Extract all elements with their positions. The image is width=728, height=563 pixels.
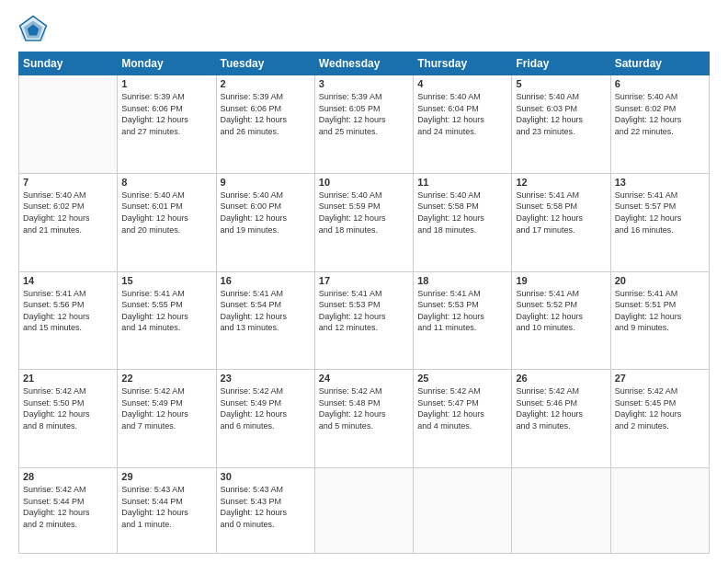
calendar-cell bbox=[19, 75, 118, 174]
calendar-header-row: SundayMondayTuesdayWednesdayThursdayFrid… bbox=[19, 52, 710, 75]
calendar-cell: 23Sunrise: 5:42 AM Sunset: 5:49 PM Dayli… bbox=[216, 370, 314, 468]
header bbox=[18, 15, 710, 44]
day-number: 5 bbox=[516, 78, 606, 89]
day-number: 16 bbox=[221, 275, 311, 286]
day-info: Sunrise: 5:40 AM Sunset: 5:58 PM Dayligh… bbox=[417, 190, 507, 236]
day-info: Sunrise: 5:39 AM Sunset: 6:06 PM Dayligh… bbox=[221, 91, 311, 137]
header-monday: Monday bbox=[118, 52, 216, 75]
day-number: 29 bbox=[121, 471, 211, 482]
calendar-cell: 9Sunrise: 5:40 AM Sunset: 6:00 PM Daylig… bbox=[216, 173, 314, 271]
day-number: 28 bbox=[23, 471, 113, 482]
calendar-cell: 22Sunrise: 5:42 AM Sunset: 5:49 PM Dayli… bbox=[118, 370, 216, 468]
logo bbox=[18, 15, 51, 44]
day-info: Sunrise: 5:42 AM Sunset: 5:44 PM Dayligh… bbox=[23, 484, 113, 530]
day-number: 19 bbox=[516, 275, 606, 286]
header-sunday: Sunday bbox=[19, 52, 118, 75]
calendar-cell: 20Sunrise: 5:41 AM Sunset: 5:51 PM Dayli… bbox=[610, 271, 709, 370]
day-number: 11 bbox=[417, 177, 507, 188]
day-info: Sunrise: 5:40 AM Sunset: 5:59 PM Dayligh… bbox=[319, 190, 409, 236]
calendar-cell: 24Sunrise: 5:42 AM Sunset: 5:48 PM Dayli… bbox=[314, 370, 413, 468]
calendar-cell: 25Sunrise: 5:42 AM Sunset: 5:47 PM Dayli… bbox=[414, 370, 512, 468]
day-info: Sunrise: 5:41 AM Sunset: 5:56 PM Dayligh… bbox=[23, 288, 113, 334]
day-number: 18 bbox=[417, 275, 507, 286]
calendar-cell: 4Sunrise: 5:40 AM Sunset: 6:04 PM Daylig… bbox=[414, 75, 512, 174]
day-info: Sunrise: 5:42 AM Sunset: 5:49 PM Dayligh… bbox=[221, 385, 311, 431]
day-number: 24 bbox=[319, 373, 409, 384]
day-info: Sunrise: 5:43 AM Sunset: 5:44 PM Dayligh… bbox=[121, 484, 211, 530]
day-info: Sunrise: 5:39 AM Sunset: 6:05 PM Dayligh… bbox=[319, 91, 409, 137]
day-number: 14 bbox=[23, 275, 113, 286]
day-number: 26 bbox=[516, 373, 606, 384]
day-number: 25 bbox=[417, 373, 507, 384]
day-number: 8 bbox=[121, 177, 211, 188]
day-number: 22 bbox=[121, 373, 211, 384]
calendar-cell: 8Sunrise: 5:40 AM Sunset: 6:01 PM Daylig… bbox=[118, 173, 216, 271]
day-info: Sunrise: 5:40 AM Sunset: 6:01 PM Dayligh… bbox=[121, 190, 211, 236]
day-info: Sunrise: 5:42 AM Sunset: 5:50 PM Dayligh… bbox=[23, 385, 113, 431]
day-info: Sunrise: 5:42 AM Sunset: 5:47 PM Dayligh… bbox=[417, 385, 507, 431]
calendar-cell: 10Sunrise: 5:40 AM Sunset: 5:59 PM Dayli… bbox=[314, 173, 413, 271]
calendar-cell bbox=[414, 468, 512, 554]
calendar-cell: 7Sunrise: 5:40 AM Sunset: 6:02 PM Daylig… bbox=[19, 173, 118, 271]
day-number: 23 bbox=[221, 373, 311, 384]
day-number: 1 bbox=[121, 78, 211, 89]
day-number: 17 bbox=[319, 275, 409, 286]
calendar-cell: 13Sunrise: 5:41 AM Sunset: 5:57 PM Dayli… bbox=[610, 173, 709, 271]
day-number: 15 bbox=[121, 275, 211, 286]
week-row-2: 14Sunrise: 5:41 AM Sunset: 5:56 PM Dayli… bbox=[19, 271, 710, 370]
day-number: 21 bbox=[23, 373, 113, 384]
header-wednesday: Wednesday bbox=[314, 52, 413, 75]
day-info: Sunrise: 5:41 AM Sunset: 5:53 PM Dayligh… bbox=[417, 288, 507, 334]
day-info: Sunrise: 5:41 AM Sunset: 5:52 PM Dayligh… bbox=[516, 288, 606, 334]
calendar-cell: 5Sunrise: 5:40 AM Sunset: 6:03 PM Daylig… bbox=[512, 75, 610, 174]
day-number: 3 bbox=[319, 78, 409, 89]
calendar-cell: 16Sunrise: 5:41 AM Sunset: 5:54 PM Dayli… bbox=[216, 271, 314, 370]
calendar-cell: 29Sunrise: 5:43 AM Sunset: 5:44 PM Dayli… bbox=[118, 468, 216, 554]
calendar-cell: 17Sunrise: 5:41 AM Sunset: 5:53 PM Dayli… bbox=[314, 271, 413, 370]
day-number: 27 bbox=[615, 373, 705, 384]
day-info: Sunrise: 5:41 AM Sunset: 5:54 PM Dayligh… bbox=[221, 288, 311, 334]
day-number: 6 bbox=[615, 78, 705, 89]
header-friday: Friday bbox=[512, 52, 610, 75]
day-info: Sunrise: 5:40 AM Sunset: 6:04 PM Dayligh… bbox=[417, 91, 507, 137]
calendar-cell: 21Sunrise: 5:42 AM Sunset: 5:50 PM Dayli… bbox=[19, 370, 118, 468]
calendar-cell: 11Sunrise: 5:40 AM Sunset: 5:58 PM Dayli… bbox=[414, 173, 512, 271]
week-row-4: 28Sunrise: 5:42 AM Sunset: 5:44 PM Dayli… bbox=[19, 468, 710, 554]
day-info: Sunrise: 5:42 AM Sunset: 5:45 PM Dayligh… bbox=[615, 385, 705, 431]
day-info: Sunrise: 5:40 AM Sunset: 6:00 PM Dayligh… bbox=[221, 190, 311, 236]
day-info: Sunrise: 5:42 AM Sunset: 5:46 PM Dayligh… bbox=[516, 385, 606, 431]
day-number: 30 bbox=[221, 471, 311, 482]
week-row-3: 21Sunrise: 5:42 AM Sunset: 5:50 PM Dayli… bbox=[19, 370, 710, 468]
day-number: 4 bbox=[417, 78, 507, 89]
day-number: 20 bbox=[615, 275, 705, 286]
calendar-cell: 1Sunrise: 5:39 AM Sunset: 6:06 PM Daylig… bbox=[118, 75, 216, 174]
calendar-cell: 18Sunrise: 5:41 AM Sunset: 5:53 PM Dayli… bbox=[414, 271, 512, 370]
day-info: Sunrise: 5:40 AM Sunset: 6:03 PM Dayligh… bbox=[516, 91, 606, 137]
day-info: Sunrise: 5:41 AM Sunset: 5:51 PM Dayligh… bbox=[615, 288, 705, 334]
day-info: Sunrise: 5:43 AM Sunset: 5:43 PM Dayligh… bbox=[221, 484, 311, 530]
week-row-1: 7Sunrise: 5:40 AM Sunset: 6:02 PM Daylig… bbox=[19, 173, 710, 271]
day-number: 7 bbox=[23, 177, 113, 188]
page: SundayMondayTuesdayWednesdayThursdayFrid… bbox=[0, 0, 728, 563]
calendar-cell: 12Sunrise: 5:41 AM Sunset: 5:58 PM Dayli… bbox=[512, 173, 610, 271]
calendar-cell: 2Sunrise: 5:39 AM Sunset: 6:06 PM Daylig… bbox=[216, 75, 314, 174]
logo-icon bbox=[18, 15, 48, 44]
calendar-cell bbox=[314, 468, 413, 554]
calendar: SundayMondayTuesdayWednesdayThursdayFrid… bbox=[18, 52, 710, 554]
calendar-cell: 19Sunrise: 5:41 AM Sunset: 5:52 PM Dayli… bbox=[512, 271, 610, 370]
calendar-cell bbox=[610, 468, 709, 554]
day-info: Sunrise: 5:40 AM Sunset: 6:02 PM Dayligh… bbox=[615, 91, 705, 137]
day-number: 9 bbox=[221, 177, 311, 188]
calendar-cell: 27Sunrise: 5:42 AM Sunset: 5:45 PM Dayli… bbox=[610, 370, 709, 468]
day-info: Sunrise: 5:39 AM Sunset: 6:06 PM Dayligh… bbox=[121, 91, 211, 137]
calendar-cell: 6Sunrise: 5:40 AM Sunset: 6:02 PM Daylig… bbox=[610, 75, 709, 174]
day-number: 2 bbox=[221, 78, 311, 89]
week-row-0: 1Sunrise: 5:39 AM Sunset: 6:06 PM Daylig… bbox=[19, 75, 710, 174]
day-number: 13 bbox=[615, 177, 705, 188]
calendar-cell: 14Sunrise: 5:41 AM Sunset: 5:56 PM Dayli… bbox=[19, 271, 118, 370]
header-tuesday: Tuesday bbox=[216, 52, 314, 75]
header-thursday: Thursday bbox=[414, 52, 512, 75]
day-info: Sunrise: 5:41 AM Sunset: 5:57 PM Dayligh… bbox=[615, 190, 705, 236]
calendar-cell: 15Sunrise: 5:41 AM Sunset: 5:55 PM Dayli… bbox=[118, 271, 216, 370]
calendar-cell: 3Sunrise: 5:39 AM Sunset: 6:05 PM Daylig… bbox=[314, 75, 413, 174]
